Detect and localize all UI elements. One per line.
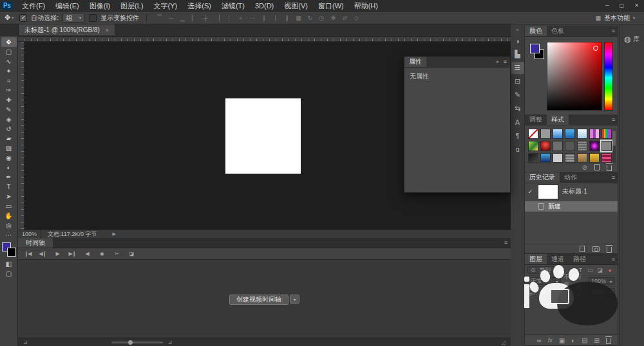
distribute-right-edges-icon[interactable]: ∦ [281,13,292,23]
auto-select-dropdown[interactable]: 组 ▾ [62,13,85,23]
panel-menu-icon[interactable]: ≡ [612,174,615,181]
create-video-timeline-button[interactable]: 创建视频时间轴 [229,295,289,305]
3d-scale-icon[interactable]: ◇ [351,13,362,23]
blur-tool[interactable]: ◉ [1,153,17,163]
menu-item[interactable]: 文件(F) [17,0,50,12]
align-horizontal-centers-icon[interactable]: ┼ [200,13,211,23]
distribute-vertical-centers-icon[interactable]: ≡ [235,13,246,23]
adjustments-panel-icon[interactable]: ◑ [511,35,524,47]
brush-tool[interactable]: ✎ [1,105,17,114]
resize-corner-icon[interactable]: ◿ [502,340,506,345]
distribute-left-edges-icon[interactable]: ∥ [258,13,269,23]
fill-field[interactable]: 100% ▾ [588,288,615,296]
zoom-tool[interactable]: ◎ [1,221,17,230]
path-selection-tool[interactable]: ➤ [1,192,17,201]
add-layer-mask-button[interactable]: ▣ [559,337,565,344]
play-button[interactable]: ▶ [50,250,64,259]
status-options-arrow-icon[interactable]: ▶ [112,232,115,237]
panel-menu-icon[interactable]: ≡ [504,59,507,65]
lock-position-icon[interactable]: ✛ [548,289,554,295]
style-swatch[interactable] [540,129,551,139]
histogram-panel-icon[interactable]: ▙ [511,48,524,60]
close-tab-icon[interactable]: × [106,27,109,33]
next-frame-button[interactable]: ▶❙ [65,250,79,259]
collapse-panel-icon[interactable]: » [496,59,499,65]
menu-item[interactable]: 帮助(H) [349,0,383,12]
split-clip-button[interactable]: ✂ [109,250,124,259]
3d-drag-icon[interactable]: ✥ [328,13,339,23]
move-tool[interactable]: ✥ [1,37,17,47]
style-swatch[interactable] [540,141,551,151]
menu-item[interactable]: 视图(V) [279,0,313,12]
new-adjustment-layer-button[interactable]: ◐ [571,337,575,344]
lock-all-icon[interactable] [565,291,569,295]
close-button[interactable]: ✕ [634,3,639,8]
clone-source-panel-icon[interactable]: ⊡ [511,75,524,87]
tab-styles[interactable]: 样式 [547,114,569,125]
type-tool[interactable]: T [1,182,17,192]
align-left-edges-icon[interactable]: ▏ [189,13,200,23]
style-swatch[interactable] [589,141,600,151]
tab-history[interactable]: 历史记录 [525,172,560,183]
history-snapshot-row[interactable]: ✓ 未标题-1 [525,183,618,200]
background-color-swatch[interactable] [7,248,16,257]
3d-slide-icon[interactable]: ⇄ [339,13,350,23]
workspace-switcher[interactable]: ▦ 基本功能 ▾ [595,14,644,23]
maximize-button[interactable]: ▢ [620,3,625,8]
delete-layer-button[interactable] [606,338,611,344]
lock-image-icon[interactable]: ◻ [556,289,563,295]
delete-state-button[interactable] [607,247,612,253]
tab-properties[interactable]: 属性 [404,57,426,67]
saturation-brightness-field[interactable] [547,42,602,111]
distribute-bottom-edges-icon[interactable]: ⋯ [247,13,258,23]
style-swatch[interactable] [565,129,575,139]
menu-item[interactable]: 窗口(W) [313,0,349,12]
tab-adjustments[interactable]: 调整 [525,114,547,125]
distribute-top-edges-icon[interactable]: ⋮ [223,13,234,23]
eyedropper-tool[interactable]: ✑ [1,86,17,95]
clone-stamp-tool[interactable]: ◈ [1,114,17,124]
align-bottom-edges-icon[interactable]: ▁ [177,13,188,23]
quick-selection-tool[interactable]: ✦ [1,66,17,76]
new-document-from-state-button[interactable] [580,246,585,252]
panel-menu-icon[interactable]: ≡ [612,256,615,262]
properties-panel-icon[interactable]: ☰ [511,62,524,74]
crop-tool[interactable]: ⌗ [1,76,17,86]
hue-slider[interactable] [604,42,613,111]
character-panel-icon[interactable]: A [511,116,524,128]
auto-align-layers-icon[interactable]: ▦ [293,13,304,23]
timeline-zoom-slider[interactable] [111,341,163,343]
style-swatch[interactable] [589,129,600,139]
gradient-tool[interactable]: ▨ [1,143,17,153]
audio-mute-button[interactable]: ◉ [95,250,109,259]
panel-menu-icon[interactable]: ≡ [612,116,615,123]
style-swatch[interactable] [601,129,612,139]
menu-item[interactable]: 编辑(E) [50,0,84,12]
tab-actions[interactable]: 动作 [560,172,582,183]
auto-select-checkbox[interactable]: ✓ [19,14,27,22]
timeline-zoom-out-icon[interactable]: ⊿ [23,340,28,345]
layer-list[interactable] [525,296,618,334]
paragraph-panel-icon[interactable]: ¶ [511,129,524,141]
glyphs-panel-icon[interactable]: ɑ [511,143,524,155]
more-tools[interactable]: ⋯ [1,230,17,240]
pen-tool[interactable]: ✒ [1,172,17,182]
filter-shape-layers-icon[interactable]: ▭ [586,267,595,273]
show-transform-checkbox[interactable] [89,14,97,22]
filter-smart-objects-icon[interactable]: ◪ [596,267,605,273]
timeline-menu-icon[interactable]: ≡ [504,239,507,246]
foreground-color-swatch[interactable] [530,44,540,53]
link-layers-button[interactable]: ∞ [537,337,542,344]
document-tab[interactable]: 未标题-1 @ 100%(RGB/8) × [18,24,115,35]
align-vertical-centers-icon[interactable]: ─ [166,13,176,23]
lasso-tool[interactable]: ∿ [1,57,17,66]
shape-tool[interactable]: ▭ [1,201,17,211]
3d-roll-icon[interactable]: ◷ [316,13,327,23]
create-timeline-dropdown-icon[interactable]: ▾ [290,295,299,304]
menu-item[interactable]: 滤镜(T) [216,0,250,12]
history-source-check-icon[interactable]: ✓ [527,188,534,195]
zoom-level-field[interactable]: 100% [18,230,41,238]
tab-channels[interactable]: 通道 [547,254,569,264]
style-swatch[interactable] [553,141,563,151]
layer-style-button[interactable]: fx [548,337,553,343]
